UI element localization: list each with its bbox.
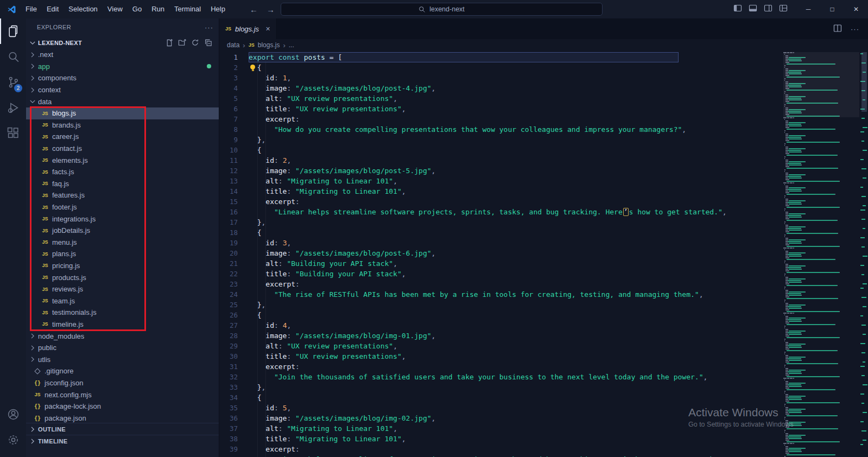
breadcrumb-symbol[interactable]: ... bbox=[289, 41, 294, 49]
source-control-icon[interactable]: 2 bbox=[0, 69, 26, 95]
tree-item-jobDetails.js[interactable]: JSjobDetails.js bbox=[26, 225, 219, 237]
code-line-30[interactable]: 30 title: "UX review presentations", bbox=[219, 351, 782, 361]
tree-item-elements.js[interactable]: JSelements.js bbox=[26, 154, 219, 166]
code-line-33[interactable]: 33 }, bbox=[219, 382, 782, 392]
tree-item-jsconfig.json[interactable]: {}jsconfig.json bbox=[26, 377, 219, 389]
tree-item-next.config.mjs[interactable]: JSnext.config.mjs bbox=[26, 389, 219, 401]
code-line-23[interactable]: 23 excerpt: bbox=[219, 279, 782, 289]
tree-item-package.json[interactable]: {}package.json bbox=[26, 412, 219, 424]
tree-item-components[interactable]: components bbox=[26, 72, 219, 84]
tree-item-menu.js[interactable]: JSmenu.js bbox=[26, 237, 219, 249]
code-line-36[interactable]: 36 image: "/assets/images/blog/img-02.jp… bbox=[219, 413, 782, 423]
code-line-17[interactable]: 17 }, bbox=[219, 217, 782, 227]
breadcrumb-folder[interactable]: data bbox=[227, 41, 239, 49]
project-section-header[interactable]: LEXEND-NEXT bbox=[26, 37, 219, 49]
account-icon[interactable] bbox=[0, 402, 26, 427]
tree-item-.gitignore[interactable]: .gitignore bbox=[26, 365, 219, 377]
command-center-search[interactable]: lexend-next bbox=[281, 3, 603, 16]
menu-terminal[interactable]: Terminal bbox=[169, 0, 206, 18]
minimap[interactable] bbox=[783, 52, 859, 457]
code-line-4[interactable]: 4 image: "/assets/images/blog/post-4.jpg… bbox=[219, 83, 782, 93]
tab-blogs-js[interactable]: JS blogs.js ✕ bbox=[219, 18, 277, 39]
code-line-26[interactable]: 26 { bbox=[219, 310, 782, 320]
tree-item-footer.js[interactable]: JSfooter.js bbox=[26, 201, 219, 213]
code-line-9[interactable]: 9 }, bbox=[219, 135, 782, 145]
tree-item-app[interactable]: app bbox=[26, 61, 219, 73]
close-button[interactable]: ✕ bbox=[844, 0, 868, 18]
code-line-6[interactable]: 6 title: "UX review presentations", bbox=[219, 104, 782, 114]
toggle-primary-sidebar-icon[interactable] bbox=[733, 4, 742, 15]
new-folder-icon[interactable] bbox=[178, 39, 186, 48]
code-line-28[interactable]: 28 image: "/assets/images/blog/img-01.jp… bbox=[219, 331, 782, 341]
code-line-19[interactable]: 19 id: 3, bbox=[219, 238, 782, 248]
code-line-22[interactable]: 22 title: "Building your API stack", bbox=[219, 269, 782, 279]
scrollbar-thumb[interactable] bbox=[861, 52, 867, 112]
search-activity-icon[interactable] bbox=[0, 44, 26, 69]
code-line-16[interactable]: 16 "Linear helps streamline software pro… bbox=[219, 207, 782, 217]
code-line-8[interactable]: 8 "How do you create compelling presenta… bbox=[219, 124, 782, 135]
tree-item-career.js[interactable]: JScareer.js bbox=[26, 131, 219, 143]
tree-item-integrations.js[interactable]: JSintegrations.js bbox=[26, 213, 219, 225]
code-line-25[interactable]: 25 }, bbox=[219, 300, 782, 310]
code-line-18[interactable]: 18 { bbox=[219, 227, 782, 238]
collapse-all-icon[interactable] bbox=[204, 39, 212, 48]
tree-item-data[interactable]: data bbox=[26, 96, 219, 107]
outline-section[interactable]: OUTLINE bbox=[26, 423, 219, 435]
minimap-slider[interactable] bbox=[783, 52, 859, 117]
code-line-5[interactable]: 5 alt: "UX review presentations", bbox=[219, 93, 782, 104]
back-icon[interactable]: ← bbox=[250, 5, 258, 14]
lightbulb-icon[interactable] bbox=[250, 65, 255, 69]
toggle-panel-icon[interactable] bbox=[749, 4, 757, 15]
code-line-38[interactable]: 38 title: "Migrating to Linear 101", bbox=[219, 434, 782, 444]
tree-item-node_modules[interactable]: node_modules bbox=[26, 330, 219, 342]
code-line-20[interactable]: 20 image: "/assets/images/blog/post-6.jp… bbox=[219, 248, 782, 258]
menu-view[interactable]: View bbox=[103, 0, 128, 18]
code-line-12[interactable]: 12 image: "/assets/images/blog/post-5.jp… bbox=[219, 166, 782, 176]
menu-go[interactable]: Go bbox=[128, 0, 147, 18]
menu-run[interactable]: Run bbox=[147, 0, 169, 18]
menu-selection[interactable]: Selection bbox=[64, 0, 102, 18]
code-line-15[interactable]: 15 excerpt: bbox=[219, 196, 782, 207]
tree-item-package-lock.json[interactable]: {}package-lock.json bbox=[26, 401, 219, 412]
code-line-11[interactable]: 11 id: 2, bbox=[219, 155, 782, 166]
code-line-14[interactable]: 14 title: "Migrating to Linear 101", bbox=[219, 186, 782, 196]
tree-item-utlis[interactable]: utlis bbox=[26, 353, 219, 365]
tree-item-faq.js[interactable]: JSfaq.js bbox=[26, 178, 219, 190]
timeline-section[interactable]: TIMELINE bbox=[26, 435, 219, 447]
code-line-32[interactable]: 32 "Join the thousands of satisfied user… bbox=[219, 372, 782, 382]
code-line-24[interactable]: 24 "The rise of RESTful APIs has been me… bbox=[219, 289, 782, 300]
explorer-more-icon[interactable]: ··· bbox=[205, 23, 213, 31]
settings-gear-icon[interactable] bbox=[0, 427, 26, 453]
tree-item-products.js[interactable]: JSproducts.js bbox=[26, 271, 219, 283]
code-line-10[interactable]: 10 { bbox=[219, 145, 782, 155]
tree-item-context[interactable]: context bbox=[26, 84, 219, 96]
tree-item-reviews.js[interactable]: JSreviews.js bbox=[26, 283, 219, 295]
code-line-40[interactable]: 40 "Linear helps streamline software pro… bbox=[219, 454, 782, 457]
code-line-3[interactable]: 3 id: 1, bbox=[219, 73, 782, 83]
run-debug-icon[interactable] bbox=[0, 95, 26, 120]
extensions-icon[interactable] bbox=[0, 120, 26, 146]
tree-item-blogs.js[interactable]: JSblogs.js bbox=[26, 107, 219, 119]
code-line-1[interactable]: 1export const posts = [ bbox=[219, 52, 782, 62]
tree-item-.next[interactable]: .next bbox=[26, 49, 219, 61]
editor-more-icon[interactable]: ··· bbox=[851, 25, 859, 33]
customize-layout-icon[interactable] bbox=[779, 4, 788, 15]
tree-item-contact.js[interactable]: JScontact.js bbox=[26, 143, 219, 155]
code-line-37[interactable]: 37 alt: "Migrating to Linear 101", bbox=[219, 423, 782, 434]
menu-help[interactable]: Help bbox=[206, 0, 230, 18]
breadcrumb-file[interactable]: blogs.js bbox=[258, 41, 280, 49]
refresh-icon[interactable] bbox=[191, 39, 199, 48]
editor[interactable]: 1export const posts = [2 {3 id: 1,4 imag… bbox=[219, 51, 868, 457]
menu-file[interactable]: File bbox=[21, 0, 42, 18]
tree-item-public[interactable]: public bbox=[26, 342, 219, 354]
restore-button[interactable]: □ bbox=[820, 0, 844, 18]
tree-item-pricing.js[interactable]: JSpricing.js bbox=[26, 260, 219, 272]
tree-item-features.js[interactable]: JSfeatures.js bbox=[26, 189, 219, 201]
toggle-secondary-sidebar-icon[interactable] bbox=[764, 4, 772, 15]
tab-close-icon[interactable]: ✕ bbox=[265, 26, 270, 33]
code-line-29[interactable]: 29 alt: "UX review presentations", bbox=[219, 341, 782, 351]
tree-item-testimonials.js[interactable]: JStestimonials.js bbox=[26, 307, 219, 319]
tree-item-plans.js[interactable]: JSplans.js bbox=[26, 248, 219, 260]
new-file-icon[interactable] bbox=[165, 39, 173, 48]
tree-item-brands.js[interactable]: JSbrands.js bbox=[26, 119, 219, 131]
